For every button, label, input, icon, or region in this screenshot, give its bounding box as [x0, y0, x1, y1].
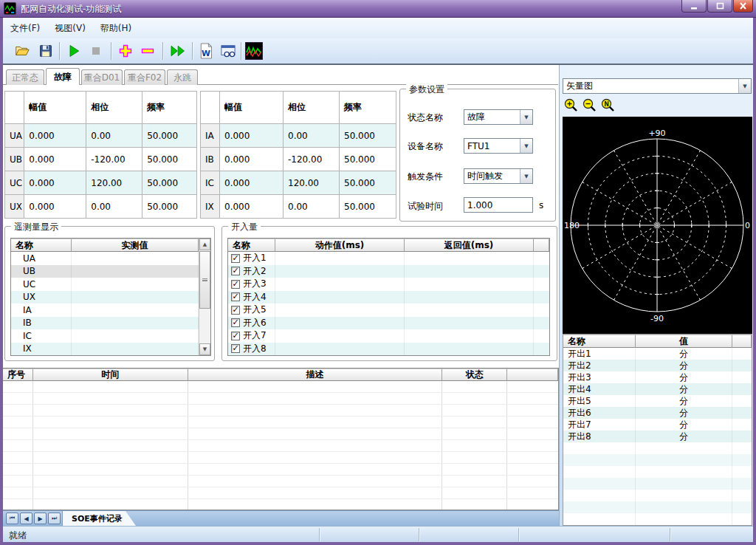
- telemetry-row-selected[interactable]: UB: [11, 265, 210, 278]
- cell-ux-freq[interactable]: 50.000: [142, 195, 197, 219]
- di-row[interactable]: 开入7: [228, 329, 549, 343]
- prev-page-icon[interactable]: ◀: [20, 513, 32, 524]
- scroll-down-icon[interactable]: ▼: [199, 343, 210, 355]
- tab-reclose-d01[interactable]: 重合D01: [81, 69, 123, 85]
- scroll-up-icon[interactable]: ▲: [199, 239, 210, 250]
- checkbox-checked-icon[interactable]: [231, 254, 240, 263]
- col-value[interactable]: 值: [636, 335, 732, 348]
- di-row[interactable]: 开入5: [228, 304, 549, 317]
- checkbox-checked-icon[interactable]: [231, 280, 240, 289]
- cell-ub-freq[interactable]: 50.000: [142, 148, 197, 171]
- col-description[interactable]: 描述: [188, 369, 443, 381]
- telemetry-row[interactable]: UC: [11, 278, 210, 291]
- chevron-down-icon[interactable]: ▼: [520, 110, 532, 124]
- zoom-out-button[interactable]: [582, 97, 597, 113]
- cell-ia-amp[interactable]: 0.000: [220, 124, 284, 148]
- col-index[interactable]: 序号: [3, 369, 33, 381]
- cell-uc-phase[interactable]: 120.00: [86, 171, 142, 195]
- menu-view[interactable]: 视图(V): [47, 18, 93, 38]
- cell-uc-freq[interactable]: 50.000: [142, 171, 197, 195]
- cell-ub-phase[interactable]: -120.00: [86, 148, 142, 171]
- chevron-down-icon[interactable]: ▼: [520, 139, 532, 153]
- di-row[interactable]: 开入4: [228, 291, 549, 304]
- cell-ic-freq[interactable]: 50.000: [340, 171, 396, 195]
- telemetry-row[interactable]: IX: [11, 343, 210, 356]
- cell-ux-phase[interactable]: 0.00: [86, 195, 142, 219]
- zoom-reset-button[interactable]: N: [600, 97, 616, 113]
- cell-ix-phase[interactable]: 0.00: [284, 195, 340, 219]
- cell-ia-freq[interactable]: 50.000: [340, 124, 396, 148]
- view-type-combo[interactable]: 矢量图 ▼: [563, 78, 752, 94]
- tab-permanent-trip[interactable]: 永跳: [167, 69, 198, 85]
- do-row[interactable]: 开出4 分: [563, 383, 752, 395]
- telemetry-row[interactable]: UX: [11, 291, 210, 304]
- cell-ub-amp[interactable]: 0.000: [24, 148, 86, 171]
- save-button[interactable]: [37, 42, 55, 60]
- di-row[interactable]: 开入6: [228, 317, 549, 330]
- stop-button[interactable]: [87, 42, 105, 60]
- zoom-in-button[interactable]: [563, 97, 579, 113]
- telemetry-scrollbar[interactable]: ▲ ▼: [199, 239, 210, 355]
- do-row[interactable]: 开出6 分: [563, 407, 752, 419]
- open-button[interactable]: [13, 42, 31, 60]
- remove-button[interactable]: [139, 42, 157, 60]
- maximize-button[interactable]: [707, 0, 732, 13]
- col-name[interactable]: 名称: [563, 335, 636, 348]
- col-return-value[interactable]: 返回值(ms): [405, 239, 534, 252]
- minimize-button[interactable]: [681, 0, 707, 13]
- run-all-button[interactable]: [168, 42, 189, 60]
- checkbox-checked-icon[interactable]: [231, 318, 240, 327]
- telemetry-row[interactable]: IC: [11, 329, 210, 343]
- trigger-condition-combo[interactable]: 时间触发 ▼: [464, 168, 533, 184]
- tab-fault[interactable]: 故障: [46, 68, 80, 85]
- cell-ua-freq[interactable]: 50.000: [142, 124, 197, 148]
- cell-ib-amp[interactable]: 0.000: [220, 148, 284, 171]
- cell-ic-phase[interactable]: 120.00: [284, 171, 340, 195]
- checkbox-checked-icon[interactable]: [231, 306, 240, 315]
- do-row[interactable]: 开出8 分: [563, 431, 752, 442]
- di-row[interactable]: 开入8: [228, 343, 549, 356]
- checkbox-checked-icon[interactable]: [231, 292, 240, 301]
- do-row[interactable]: 开出2 分: [563, 360, 752, 371]
- di-row[interactable]: 开入3: [228, 278, 549, 291]
- menu-help[interactable]: 帮助(H): [93, 18, 139, 38]
- cell-ix-freq[interactable]: 50.000: [340, 195, 396, 219]
- col-time[interactable]: 时间: [33, 369, 188, 381]
- cell-ib-phase[interactable]: -120.00: [284, 148, 340, 171]
- chevron-down-icon[interactable]: ▼: [738, 79, 751, 93]
- col-name[interactable]: 名称: [228, 239, 275, 252]
- test-time-input[interactable]: [464, 197, 533, 213]
- di-row[interactable]: 开入1: [228, 252, 549, 265]
- cell-ua-phase[interactable]: 0.00: [86, 124, 142, 148]
- menu-file[interactable]: 文件(F): [3, 18, 47, 38]
- checkbox-checked-icon[interactable]: [231, 267, 240, 275]
- col-action-value[interactable]: 动作值(ms): [275, 239, 405, 252]
- col-status[interactable]: 状态: [442, 369, 507, 381]
- cell-ia-phase[interactable]: 0.00: [284, 124, 340, 148]
- view-report-button[interactable]: [219, 42, 237, 60]
- add-button[interactable]: [117, 42, 134, 60]
- run-button[interactable]: [65, 42, 83, 60]
- do-row[interactable]: 开出1 分: [563, 348, 752, 360]
- do-row[interactable]: 开出5 分: [563, 395, 752, 407]
- cell-ua-amp[interactable]: 0.000: [24, 124, 86, 148]
- scrollbar-thumb[interactable]: [199, 251, 210, 309]
- telemetry-row[interactable]: IA: [11, 304, 210, 317]
- do-row[interactable]: 开出7 分: [563, 419, 752, 431]
- device-name-combo[interactable]: FTU1 ▼: [464, 138, 533, 154]
- waveform-button[interactable]: [245, 42, 263, 60]
- checkbox-checked-icon[interactable]: [231, 332, 240, 340]
- cell-ux-amp[interactable]: 0.000: [24, 195, 86, 219]
- chevron-down-icon[interactable]: ▼: [520, 169, 532, 183]
- cell-ix-amp[interactable]: 0.000: [220, 195, 284, 219]
- col-measured-value[interactable]: 实测值: [72, 239, 199, 252]
- close-button[interactable]: [733, 0, 753, 13]
- next-page-icon[interactable]: ▶: [34, 513, 47, 524]
- telemetry-row[interactable]: UA: [11, 252, 210, 265]
- cell-ic-amp[interactable]: 0.000: [220, 171, 284, 195]
- state-name-combo[interactable]: 故障 ▼: [464, 109, 533, 125]
- cell-uc-amp[interactable]: 0.000: [24, 171, 86, 195]
- word-report-button[interactable]: W: [197, 42, 215, 60]
- first-page-icon[interactable]: ⏮: [6, 513, 18, 524]
- col-name[interactable]: 名称: [11, 239, 72, 252]
